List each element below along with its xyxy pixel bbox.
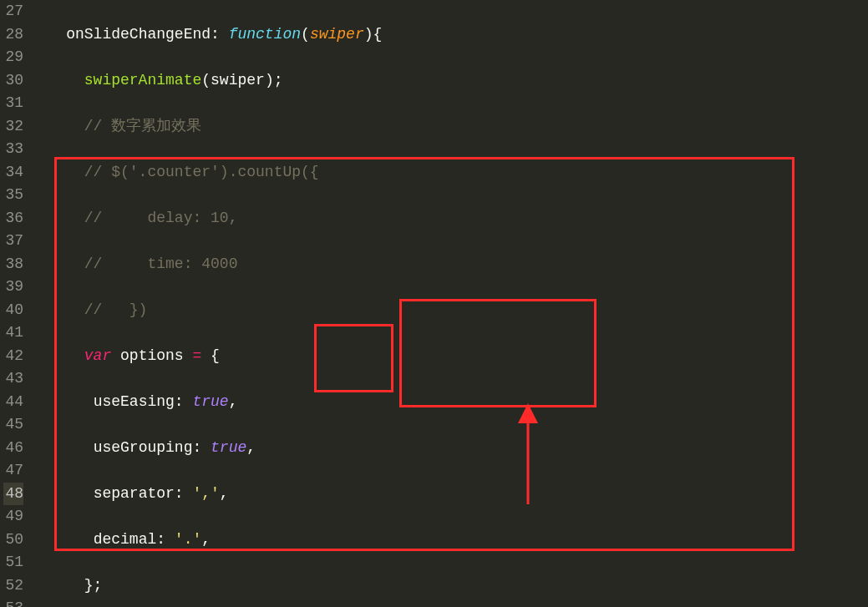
line-number: 31 — [3, 92, 23, 115]
line-number: 34 — [3, 161, 23, 185]
line-number: 38 — [3, 253, 23, 276]
line-number: 50 — [3, 529, 23, 552]
property: decimal — [94, 531, 157, 548]
param: swiper — [310, 26, 364, 43]
code-line[interactable]: // }) — [30, 299, 868, 322]
bool: true — [192, 393, 228, 410]
keyword-var: var — [84, 347, 111, 364]
property-name: onSlideChangeEnd — [66, 26, 211, 43]
code-line[interactable]: // delay: 10, — [30, 207, 868, 230]
code-line[interactable]: separator: ',', — [30, 483, 868, 506]
line-number: 46 — [3, 437, 23, 460]
line-number: 28 — [3, 23, 23, 47]
line-number: 49 — [3, 505, 23, 529]
comment: // time: 4000 — [84, 255, 238, 272]
code-line[interactable]: var options = { — [30, 345, 868, 368]
comment: // delay: 10, — [84, 210, 238, 226]
comment: // }) — [84, 301, 148, 318]
line-number: 36 — [3, 207, 23, 230]
code-line[interactable]: decimal: '.', — [30, 529, 868, 552]
property: separator — [94, 485, 175, 502]
line-number: 35 — [3, 184, 23, 207]
line-number: 30 — [3, 69, 23, 93]
code-editor[interactable]: 27 28 29 30 31 32 33 34 35 36 37 38 39 4… — [0, 0, 868, 607]
line-number: 27 — [3, 0, 23, 23]
code-line[interactable]: // time: 4000 — [30, 253, 868, 276]
identifier: swiper — [211, 72, 265, 89]
comment: // 数字累加效果 — [84, 118, 201, 134]
string: '.' — [175, 531, 201, 548]
line-number: 39 — [3, 276, 23, 299]
line-number: 32 — [3, 115, 23, 139]
line-number: 33 — [3, 138, 23, 161]
line-number: 47 — [3, 459, 23, 483]
bool: true — [211, 439, 246, 456]
line-number: 51 — [3, 551, 23, 574]
code-line[interactable]: useEasing: true, — [30, 391, 868, 414]
string: ',' — [192, 485, 219, 502]
line-number-gutter: 27 28 29 30 31 32 33 34 35 36 37 38 39 4… — [0, 0, 30, 607]
code-line[interactable]: // 数字累加效果 — [30, 115, 868, 139]
identifier: options — [120, 347, 184, 364]
property: useEasing — [94, 393, 175, 410]
line-number: 48 — [3, 483, 23, 506]
code-line[interactable]: useGrouping: true, — [30, 437, 868, 460]
code-line[interactable]: swiperAnimate(swiper); — [30, 69, 868, 93]
line-number: 42 — [3, 345, 23, 368]
line-number: 37 — [3, 230, 23, 253]
call: swiperAnimate — [84, 72, 201, 89]
keyword-function: function — [229, 26, 301, 43]
line-number: 45 — [3, 413, 23, 437]
line-number: 44 — [3, 391, 23, 414]
line-number: 40 — [3, 299, 23, 322]
code-line[interactable]: // $('.counter').countUp({ — [30, 161, 868, 185]
line-number: 52 — [3, 574, 23, 598]
code-line[interactable]: onSlideChangeEnd: function(swiper){ — [30, 23, 868, 47]
comment: // $('.counter').countUp({ — [84, 164, 319, 180]
code-area[interactable]: onSlideChangeEnd: function(swiper){ swip… — [30, 0, 868, 607]
line-number: 53 — [3, 597, 23, 607]
line-number: 29 — [3, 46, 23, 69]
property: useGrouping — [94, 439, 193, 456]
line-number: 43 — [3, 367, 23, 391]
line-number: 41 — [3, 321, 23, 345]
code-line[interactable]: }; — [30, 574, 868, 598]
